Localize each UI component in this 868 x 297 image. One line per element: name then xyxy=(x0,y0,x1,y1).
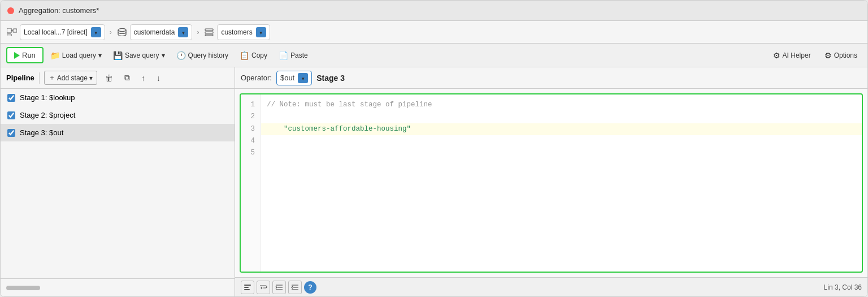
close-button[interactable] xyxy=(7,7,14,14)
code-editor[interactable]: 1 2 3 4 5 // Note: must be last stage of… xyxy=(240,93,863,273)
copy-label: Copy xyxy=(251,51,267,59)
ai-helper-button[interactable]: ⚙ AI Helper xyxy=(769,49,815,62)
paste-button[interactable]: 📄 Paste xyxy=(274,49,313,62)
move-stage-up-button[interactable]: ↑ xyxy=(138,72,149,84)
collection-icon xyxy=(203,27,215,38)
query-history-label: Query history xyxy=(188,51,228,59)
copy-button[interactable]: 📋 Copy xyxy=(235,49,272,62)
stage-1-label: Stage 1: $lookup xyxy=(20,93,75,102)
load-icon: 📁 xyxy=(50,51,60,60)
svg-rect-8 xyxy=(244,285,251,286)
indent-button[interactable] xyxy=(272,281,286,294)
move-stage-down-button[interactable]: ↓ xyxy=(153,72,164,84)
outdent-button[interactable] xyxy=(288,281,302,294)
svg-rect-1 xyxy=(7,34,11,36)
delete-stage-button[interactable]: 🗑 xyxy=(102,72,116,84)
load-query-button[interactable]: 📁 Load query ▾ xyxy=(46,49,106,62)
svg-rect-5 xyxy=(205,29,213,31)
load-query-arrow: ▾ xyxy=(98,51,102,59)
options-label: Options xyxy=(834,51,857,59)
line-num-5: 5 xyxy=(246,147,255,159)
connection-arrow xyxy=(91,27,101,37)
save-query-label: Save query xyxy=(125,51,159,59)
svg-rect-7 xyxy=(205,35,213,36)
operator-label: Operator: xyxy=(241,74,272,82)
save-query-arrow: ▾ xyxy=(162,51,165,59)
run-icon xyxy=(14,52,20,59)
db-arrow xyxy=(178,27,188,37)
sidebar-header: Pipeline ＋ Add stage ▾ 🗑 ⧉ ↑ ↓ xyxy=(1,67,235,89)
stage-3-label: Stage 3: $out xyxy=(20,128,63,137)
collection-label: customers xyxy=(221,28,252,36)
line-num-1: 1 xyxy=(246,99,255,111)
svg-rect-3 xyxy=(13,29,17,32)
query-history-button[interactable]: 🕐 Query history xyxy=(172,49,233,62)
plus-icon: ＋ xyxy=(49,73,55,83)
nav-bar: Local local...7 [direct] › customerdata … xyxy=(1,21,867,44)
scrollbar-thumb[interactable] xyxy=(6,286,40,290)
line-num-3: 3 xyxy=(246,123,255,135)
code-line-1: // Note: must be last stage of pipeline xyxy=(267,101,432,109)
operator-value: $out xyxy=(280,74,294,82)
run-button[interactable]: Run xyxy=(6,47,44,63)
nav-separator-1: › xyxy=(107,28,114,36)
db-icon xyxy=(116,27,128,38)
editor-footer: ? Lin 3, Col 36 xyxy=(235,277,867,296)
connection-icon xyxy=(6,27,18,38)
save-query-button[interactable]: 💾 Save query ▾ xyxy=(108,49,170,62)
sidebar-footer xyxy=(1,278,235,296)
line-numbers: 1 2 3 4 5 xyxy=(241,94,261,272)
svg-rect-6 xyxy=(205,32,213,33)
stage-1-checkbox[interactable] xyxy=(7,94,15,102)
app-window: Aggregation: customers* Local local...7 … xyxy=(0,0,868,297)
footer-icons: ? xyxy=(241,281,316,294)
toolbar: Run 📁 Load query ▾ 💾 Save query ▾ 🕐 Quer… xyxy=(1,44,867,67)
title-bar: Aggregation: customers* xyxy=(1,1,867,21)
history-icon: 🕐 xyxy=(176,51,186,60)
stage-2-label: Stage 2: $project xyxy=(20,111,75,119)
sidebar: Pipeline ＋ Add stage ▾ 🗑 ⧉ ↑ ↓ Stage 1: … xyxy=(1,67,235,296)
stage-item-3[interactable]: Stage 3: $out xyxy=(1,124,235,141)
line-num-4: 4 xyxy=(246,135,255,147)
footer-status: Lin 3, Col 36 xyxy=(824,283,862,291)
svg-rect-0 xyxy=(7,28,11,33)
connection-select[interactable]: Local local...7 [direct] xyxy=(20,24,105,40)
collection-arrow xyxy=(256,27,266,37)
toolbar-right: ⚙ AI Helper ⚙ Options xyxy=(769,49,862,62)
stage-title: Stage 3 xyxy=(316,74,345,83)
editor-toolbar: Operator: $out Stage 3 xyxy=(235,67,867,89)
options-icon: ⚙ xyxy=(824,51,832,60)
operator-arrow xyxy=(298,73,308,83)
add-stage-button[interactable]: ＋ Add stage ▾ xyxy=(44,71,97,85)
paste-icon: 📄 xyxy=(279,51,288,60)
code-line-3: "customers-affordable-housing" xyxy=(261,123,862,135)
stage-item-1[interactable]: Stage 1: $lookup xyxy=(1,89,235,106)
editor-panel: Operator: $out Stage 3 1 2 3 4 5 // Note… xyxy=(235,67,867,296)
stage-3-checkbox[interactable] xyxy=(7,129,15,137)
line-num-2: 2 xyxy=(246,111,255,123)
add-stage-label: Add stage xyxy=(57,74,88,82)
code-string-value: "customers-affordable-housing" xyxy=(284,125,411,133)
svg-rect-9 xyxy=(244,287,249,288)
save-icon: 💾 xyxy=(113,51,123,60)
format-button[interactable] xyxy=(241,281,254,294)
db-label: customerdata xyxy=(134,28,175,36)
window-title: Aggregation: customers* xyxy=(19,6,99,15)
ai-helper-label: AI Helper xyxy=(783,51,811,59)
word-wrap-button[interactable] xyxy=(257,281,270,294)
collection-select[interactable]: customers xyxy=(217,24,270,40)
nav-separator-2: › xyxy=(194,28,201,36)
operator-select[interactable]: $out xyxy=(276,71,312,85)
stage-2-checkbox[interactable] xyxy=(7,111,15,119)
options-button[interactable]: ⚙ Options xyxy=(820,49,862,62)
header-separator xyxy=(39,72,40,84)
pipeline-label: Pipeline xyxy=(6,74,34,82)
code-content[interactable]: // Note: must be last stage of pipeline … xyxy=(261,94,862,272)
run-label: Run xyxy=(22,51,36,59)
stage-list: Stage 1: $lookup Stage 2: $project Stage… xyxy=(1,89,235,278)
load-query-label: Load query xyxy=(62,51,96,59)
help-button[interactable]: ? xyxy=(304,281,316,294)
duplicate-stage-button[interactable]: ⧉ xyxy=(121,71,133,84)
db-select[interactable]: customerdata xyxy=(130,24,193,40)
stage-item-2[interactable]: Stage 2: $project xyxy=(1,106,235,124)
